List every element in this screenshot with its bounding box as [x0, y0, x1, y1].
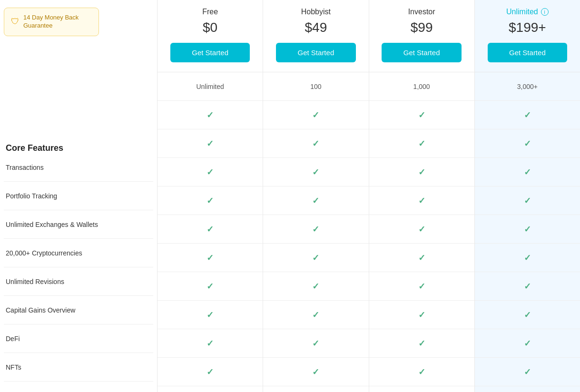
feature-unlimited-revisions: Unlimited Revisions [4, 267, 153, 296]
features-column: 🛡 14 Day Money Back Guarantee Core Featu… [0, 0, 157, 392]
investor-fifo: ✓ [369, 301, 474, 329]
badge-text: 14 Day Money Back Guarantee [23, 14, 92, 30]
unlimited-portfolio: ✓ [475, 101, 580, 129]
plan-investor-price: $99 [411, 20, 433, 35]
free-revisions: ✓ [157, 186, 263, 215]
hobbyist-portfolio: ✓ [263, 101, 368, 129]
plan-unlimited-cta[interactable]: Get Started [488, 43, 568, 62]
free-crypto: ✓ [157, 158, 263, 186]
plan-hobbyist-cta[interactable]: Get Started [276, 43, 356, 62]
check-icon: ✓ [312, 167, 319, 177]
plan-unlimited: Unlimited i $199+ Get Started 3,000+ ✓ ✓… [474, 0, 580, 392]
check-icon: ✓ [206, 138, 214, 149]
free-fifo: ✓ [157, 301, 263, 329]
plan-unlimited-cells: 3,000+ ✓ ✓ ✓ ✓ ✓ ✓ ✓ ✓ ✓ ✓ [475, 72, 580, 386]
plan-investor: Investor $99 Get Started 1,000 ✓ ✓ ✓ ✓ ✓… [369, 0, 474, 392]
investor-transactions: 1,000 [369, 72, 474, 101]
unlimited-fifo: ✓ [475, 301, 580, 329]
plan-investor-cells: 1,000 ✓ ✓ ✓ ✓ ✓ ✓ ✓ ✓ ✓ ✓ [369, 72, 474, 386]
check-icon: ✓ [418, 367, 425, 377]
check-icon: ✓ [418, 167, 425, 177]
check-icon: ✓ [206, 167, 214, 177]
check-icon: ✓ [524, 110, 531, 120]
plan-investor-name: Investor [408, 8, 435, 16]
check-icon: ✓ [312, 110, 319, 120]
free-transactions: Unlimited [157, 72, 263, 101]
check-icon: ✓ [206, 196, 214, 206]
plan-free-header: Free $0 Get Started [157, 0, 263, 72]
free-capital-gains: ✓ [157, 215, 263, 244]
check-icon: ✓ [206, 224, 214, 235]
shield-icon: 🛡 [11, 17, 20, 27]
check-icon: ✓ [524, 138, 531, 149]
plan-investor-cta[interactable]: Get Started [382, 43, 462, 62]
feature-defi: DeFi [4, 324, 153, 353]
hobbyist-chat: ✓ [263, 358, 368, 386]
check-icon: ✓ [418, 196, 425, 206]
check-icon: ✓ [524, 224, 531, 235]
check-icon: ✓ [312, 310, 319, 320]
investor-exchanges: ✓ [369, 129, 474, 158]
check-icon: ✓ [312, 281, 319, 292]
check-icon: ✓ [206, 338, 214, 349]
pricing-table: 🛡 14 Day Money Back Guarantee Core Featu… [0, 0, 580, 392]
money-back-badge: 🛡 14 Day Money Back Guarantee [4, 8, 99, 36]
check-icon: ✓ [524, 338, 531, 349]
investor-portfolio: ✓ [369, 101, 474, 129]
feature-transactions: Transactions [4, 153, 153, 182]
unlimited-defi: ✓ [475, 244, 580, 272]
feature-unlimited-exchanges: Unlimited Exchanges & Wallets [4, 210, 153, 239]
check-icon: ✓ [312, 338, 319, 349]
free-chat: ✓ [157, 358, 263, 386]
hobbyist-fifo: ✓ [263, 301, 368, 329]
free-exchanges: ✓ [157, 129, 263, 158]
plan-free: Free $0 Get Started Unlimited ✓ ✓ ✓ ✓ ✓ … [157, 0, 263, 392]
check-icon: ✓ [206, 281, 214, 292]
check-icon: ✓ [418, 224, 425, 235]
hobbyist-transactions: 100 [263, 72, 368, 101]
unlimited-error: ✓ [475, 329, 580, 358]
hobbyist-capital-gains: ✓ [263, 215, 368, 244]
plan-free-cells: Unlimited ✓ ✓ ✓ ✓ ✓ ✓ ✓ ✓ ✓ ✓ [157, 72, 263, 386]
check-icon: ✓ [418, 110, 425, 120]
hobbyist-defi: ✓ [263, 244, 368, 272]
plan-free-name: Free [202, 8, 218, 16]
unlimited-revisions: ✓ [475, 186, 580, 215]
plan-hobbyist: Hobbyist $49 Get Started 100 ✓ ✓ ✓ ✓ ✓ ✓… [263, 0, 368, 392]
investor-crypto: ✓ [369, 158, 474, 186]
plan-unlimited-name: Unlimited i [506, 8, 549, 16]
info-icon[interactable]: i [541, 8, 549, 16]
check-icon: ✓ [418, 338, 425, 349]
hobbyist-exchanges: ✓ [263, 129, 368, 158]
investor-defi: ✓ [369, 244, 474, 272]
plan-hobbyist-header: Hobbyist $49 Get Started [263, 0, 368, 72]
check-icon: ✓ [524, 310, 531, 320]
check-icon: ✓ [206, 253, 214, 263]
feature-cryptocurrencies: 20,000+ Cryptocurrencies [4, 239, 153, 267]
plan-free-price: $0 [203, 20, 217, 35]
plan-free-cta[interactable]: Get Started [170, 43, 250, 62]
unlimited-nfts: ✓ [475, 272, 580, 301]
plan-unlimited-price: $199+ [509, 20, 546, 35]
check-icon: ✓ [206, 310, 214, 320]
plan-hobbyist-price: $49 [305, 20, 327, 35]
feature-fifo: FIFO, LIFO, Adjusted Cost & more [4, 382, 153, 392]
investor-error: ✓ [369, 329, 474, 358]
hobbyist-nfts: ✓ [263, 272, 368, 301]
hobbyist-error: ✓ [263, 329, 368, 358]
unlimited-crypto: ✓ [475, 158, 580, 186]
investor-nfts: ✓ [369, 272, 474, 301]
check-icon: ✓ [524, 253, 531, 263]
free-nfts: ✓ [157, 272, 263, 301]
check-icon: ✓ [524, 196, 531, 206]
free-defi: ✓ [157, 244, 263, 272]
check-icon: ✓ [312, 367, 319, 377]
check-icon: ✓ [524, 167, 531, 177]
hobbyist-revisions: ✓ [263, 186, 368, 215]
check-icon: ✓ [206, 367, 214, 377]
feature-nfts: NFTs [4, 353, 153, 382]
check-icon: ✓ [524, 367, 531, 377]
investor-capital-gains: ✓ [369, 215, 474, 244]
hobbyist-crypto: ✓ [263, 158, 368, 186]
investor-revisions: ✓ [369, 186, 474, 215]
